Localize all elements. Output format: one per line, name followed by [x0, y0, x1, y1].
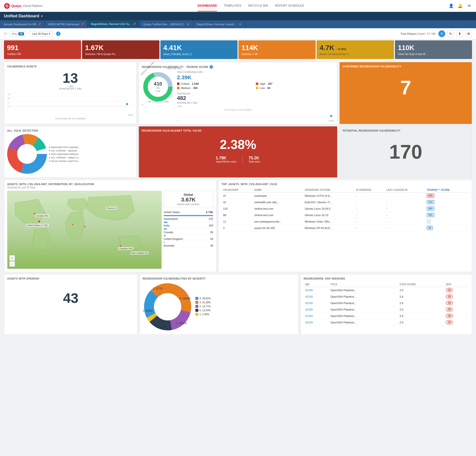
tab-templates[interactable]: TEMPLATES: [224, 0, 241, 11]
tab-label: RegreSSHion: Remote UCE Vu...: [91, 23, 131, 26]
bell-icon[interactable]: 🔔: [457, 3, 463, 9]
vuln-count: 13: [7, 70, 133, 86]
svg-point-4: [126, 103, 128, 105]
svg-text:0%: 0%: [156, 87, 160, 89]
tab-regresshion-unauth[interactable]: RegreSSHion: Remote Unauth... ✕: [193, 20, 245, 28]
zoom-in-button[interactable]: +: [9, 255, 15, 261]
trend-note: Trend data not yet available: [7, 117, 133, 120]
svg-point-18: [19, 145, 35, 162]
pie-section: ● Deprecated SSH Cryptographic Settings:…: [7, 134, 133, 174]
table-container[interactable]: VULNCOUNT NAME ↓ OPERATING SYSTEM IP ADD…: [222, 188, 469, 231]
potential-value: 170: [343, 142, 469, 162]
vuln-showing: showing last 1 day: [7, 87, 133, 90]
geo-map-panel: ASSETS_WITH_CVE-2024-6387_DISTRIBUTION_B…: [4, 180, 216, 272]
panel-title: TOP_ASSETS_WITH_CVE-2024-6387_VULN: [222, 183, 469, 186]
metric-card-assets-not-scanned[interactable]: 4.7K ↑+0 (0%) Assets not Scanned last 3.…: [317, 40, 394, 59]
refresh-button[interactable]: ↻: [447, 30, 454, 37]
table-row: 2xpsp2-64-30-100Windows XP 64 bit E...--…: [222, 225, 469, 231]
filter-all-badge: All: [18, 32, 24, 35]
col-name[interactable]: NAME ↓: [253, 188, 303, 193]
svg-point-24: [154, 293, 181, 320]
svg-text:2: 82556: 2: 82556: [143, 310, 152, 312]
user-icon[interactable]: 👤: [448, 3, 454, 9]
country-canada: Canada96: [164, 230, 213, 235]
map-annotation-canada: Canada (96): [35, 214, 49, 217]
map-dot-uk: [72, 224, 73, 225]
panel-title: REGRESSHION VULN AGAINST TOTAL VULNS: [142, 129, 334, 132]
metric-card-detection-qualys[interactable]: 1.67K Detection >90 & Qualys Pa...: [82, 40, 159, 59]
tag-filter[interactable]: Any All: [10, 31, 26, 36]
map-visual: Canada (96) United States (2.73K) Russia…: [7, 191, 162, 269]
download-button[interactable]: ⬇: [456, 30, 463, 37]
map-title: ASSETS_WITH_CVE-2024-6387_DISTRIBUTION_B…: [7, 183, 213, 186]
tab-qualys-trurisk[interactable]: Qualys TruRisk Res... (DEFAULT) ✕: [140, 20, 193, 28]
mail-icon[interactable]: ✉: [466, 3, 472, 9]
table-row: 116zimbra.test.comUbuntu Linux 16.04.5--…: [222, 205, 469, 212]
total-assets-value: 482: [177, 95, 334, 101]
zoom-out-button[interactable]: −: [9, 261, 15, 267]
dashboard-title: Unified Dashboard: [4, 14, 39, 18]
table-header: VULNCOUNT NAME ↓ OPERATING SYSTEM IP ADD…: [222, 188, 469, 193]
donut-svg: 410 0% Low: [142, 71, 174, 103]
col-lastlogged: LAST LOGGED IN: [385, 188, 425, 193]
tab-dashboard[interactable]: DASHBOARD: [198, 0, 217, 11]
table-row: 42339 OpenSSH Plaintext... 2.6 30: [304, 306, 469, 313]
ssh-versions-panel: REGRESSHION: SSH VERSIONS QID TITLE CVSS…: [300, 274, 472, 335]
metric-card-trurisk[interactable]: 991 TruRisk>700: [4, 40, 81, 59]
metric-card-vulns-not-scan[interactable]: 110K Vulns Not Scan in last 30 ...: [395, 40, 472, 59]
tab-label: VMDR MITRE Dashboard: [48, 23, 79, 26]
regresshion-trurisk-panel: REGRESSHION VULNERABILITY : TRURISK SCOR…: [139, 62, 337, 124]
main-grid-row1: VULNERABLE ASSETS 13 ↑ 0% showing last 1…: [0, 60, 476, 126]
panel-title: REGRESSHION VULNERABILITIES BY SEVERITY: [143, 277, 295, 280]
total-assets-section: Total Assets 482 showing last 1 day: [177, 92, 334, 104]
severity-svg: 1: 12719 4: 239403 2: 82556 3: 187535 S:…: [143, 282, 192, 332]
table-row: 42339 OpenSSH Plaintext... 2.6 30: [304, 293, 469, 300]
metric-card-detection90[interactable]: 114K Detection > 90: [238, 40, 316, 59]
legend-item-2: 2: 13.77%: [195, 305, 211, 308]
tab-regresshion-uce[interactable]: RegreSSHion: Remote UCE Vu... 📌: [88, 20, 140, 28]
regresshion-pct-panel: REGRESSHION VULN AGAINST TOTAL VULNS 2.3…: [139, 126, 337, 178]
total-vulns-value: 75.2K: [249, 156, 260, 160]
metric-label: Detection >90 & Qualys Pa...: [85, 53, 156, 56]
severity-donut: 1: 12719 4: 239403 2: 82556 3: 187535 S:…: [143, 282, 192, 332]
svg-text:S: 75202: S: 75202: [156, 326, 166, 328]
table-row: 42339 OpenSSH Plaintext... 2.6 30: [304, 287, 469, 293]
tab-vmdr-mitre[interactable]: VMDR MITRE Dashboard 📌: [44, 20, 88, 28]
settings-button[interactable]: ⚙: [465, 30, 472, 37]
tab-sample-dashboard[interactable]: Sample Dashboard For RB 📌: [0, 20, 44, 28]
panel-title: ALL_VULN_DETECTION: [7, 129, 133, 132]
toolbar-icons: + ↻ ⬇ ⚙: [438, 30, 472, 37]
country-list: United States2.73K Switzerland232 India1…: [164, 210, 213, 248]
col-qid: QID: [304, 282, 329, 287]
ssh-table-header: QID TITLE CVSS SCORE QDS: [304, 282, 469, 287]
severity-stats: Critical1.54K High367 Medium355 Low84: [177, 82, 334, 90]
legend-item-4: 4: 39.92%: [195, 297, 211, 300]
platform-text: Cloud Platform: [23, 4, 43, 8]
bottom-row: ASSETS WITH OPENSSH 43 REGRESSHION VULNE…: [0, 274, 476, 339]
ssh-table-container[interactable]: QID TITLE CVSS SCORE QDS 42339 OpenSSH P…: [304, 282, 469, 326]
assets-openssh-panel: ASSETS WITH OPENSSH 43: [4, 274, 138, 335]
tab-report-schedule[interactable]: REPORT SCHEDULE: [275, 0, 304, 11]
metric-label: Assets not Scanned last 3...: [320, 53, 391, 56]
regresshion-vulns-value: 1.79K: [216, 156, 236, 160]
map-content: Canada (96) United States (2.73K) Russia…: [7, 191, 213, 269]
panel-title: REGRESSHION: SSH VERSIONS: [304, 277, 469, 280]
tab-close-icon[interactable]: ✕: [186, 22, 189, 26]
date-range-filter[interactable]: Last 30 Days ▾: [29, 31, 53, 36]
stat-high: High367: [256, 82, 334, 85]
info-icon[interactable]: i: [209, 65, 213, 69]
info-icon[interactable]: i: [56, 31, 60, 36]
vulnerable-assets-panel: VULNERABLE ASSETS 13 ↑ 0% showing last 1…: [4, 62, 137, 124]
add-widget-button[interactable]: +: [438, 30, 445, 37]
col-cvss: CVSS SCORE: [398, 282, 444, 287]
metric-card-asset-criticality[interactable]: 4.41K Asset_Criticality_Score_4: [160, 40, 238, 59]
tab-recycle-bin[interactable]: RECYCLE BIN: [248, 0, 268, 11]
severity-legend: 4: 39.92% 3: 31.28% 2: 13.77% 5: 12.54% …: [195, 297, 211, 317]
geo-and-table-row: ASSETS_WITH_CVE-2024-6387_DISTRIBUTION_B…: [0, 180, 476, 274]
chevron-down-icon[interactable]: ▾: [41, 14, 43, 18]
trend-note-2: Trend data not yet available: [224, 109, 252, 111]
world-map-svg: [7, 191, 161, 269]
tab-close-icon[interactable]: ✕: [239, 22, 242, 26]
confirmed-regresshion-panel: CONFIRMED REGRESSHION VULNERABILITY 7: [339, 62, 472, 124]
header-row: VULNCOUNT NAME ↓ OPERATING SYSTEM IP ADD…: [222, 188, 469, 193]
